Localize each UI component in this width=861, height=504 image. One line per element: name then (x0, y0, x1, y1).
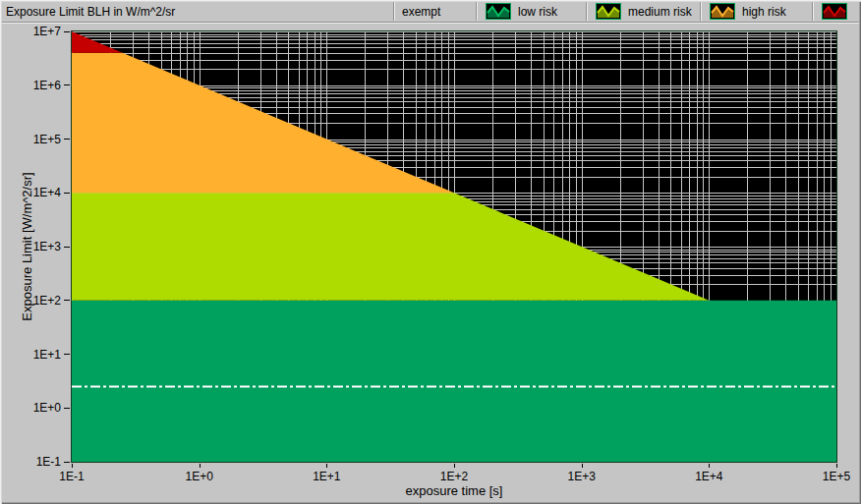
yellow-waveform-icon (596, 3, 621, 20)
orange-waveform-icon (710, 3, 735, 20)
legend-divider (812, 2, 814, 21)
y-tick-label: 1E-1 (14, 455, 61, 469)
green-waveform-icon (486, 3, 511, 20)
y-tick-mark (64, 247, 70, 248)
x-tick-label: 1E+3 (552, 470, 611, 483)
y-tick-label: 1E+0 (14, 401, 61, 415)
y-tick-mark (64, 354, 70, 355)
legend-divider (393, 2, 395, 21)
plot-canvas (72, 31, 836, 462)
x-tick-label: 1E+0 (170, 470, 229, 483)
y-tick-mark (64, 462, 70, 463)
y-tick-mark (64, 193, 70, 194)
header-divider (2, 22, 859, 24)
x-axis-title: exposure time [s] (258, 483, 651, 498)
x-tick-mark (582, 464, 583, 468)
graph-panel: Exposure Limit BLH in W/m^2/sr exemptlow… (0, 0, 861, 504)
y-axis-title: Exposure Limit [W/m^2/sr] (20, 172, 34, 320)
x-tick-mark (200, 464, 201, 468)
x-tick-label: 1E+5 (807, 470, 861, 483)
region-exempt (72, 301, 836, 462)
y-tick-mark (64, 31, 70, 32)
legend-item-high-risk[interactable]: high risk (700, 1, 812, 22)
x-tick-mark (72, 464, 73, 468)
y-tick-mark (64, 84, 70, 85)
y-tick-label: 1E+7 (14, 25, 61, 38)
y-tick-mark (64, 408, 70, 409)
x-tick-mark (836, 464, 837, 468)
legend-label: medium risk (628, 5, 692, 19)
legend-item-exempt[interactable]: exempt (393, 1, 476, 22)
legend-item-low-risk[interactable]: low risk (476, 1, 586, 22)
legend-label: exempt (402, 5, 440, 19)
legend-item-medium-risk[interactable]: medium risk (586, 1, 700, 22)
x-tick-mark (709, 464, 710, 468)
plot-area[interactable] (71, 30, 837, 463)
x-tick-label: 1E+1 (297, 470, 356, 483)
graph-title: Exposure Limit BLH in W/m^2/sr (6, 5, 175, 19)
y-tick-label: 1E+5 (14, 133, 61, 146)
legend-divider (700, 2, 702, 21)
x-tick-label: 1E+2 (425, 470, 484, 483)
x-tick-mark (454, 464, 455, 468)
legend-divider (476, 2, 478, 21)
y-tick-label: 1E+1 (14, 348, 61, 362)
x-tick-label: 1E-1 (42, 470, 101, 483)
legend-item-plot-4[interactable] (812, 1, 853, 22)
x-tick-mark (326, 464, 327, 468)
y-tick-label: 1E+6 (14, 79, 61, 92)
legend-label: low risk (518, 5, 557, 19)
legend-divider (586, 2, 588, 21)
y-tick-mark (64, 300, 70, 301)
legend-label: high risk (742, 5, 786, 19)
x-tick-label: 1E+4 (679, 470, 738, 483)
plot-legend: exemptlow riskmedium riskhigh risk (393, 1, 853, 22)
red-waveform-icon (822, 3, 847, 20)
y-tick-mark (64, 139, 70, 140)
